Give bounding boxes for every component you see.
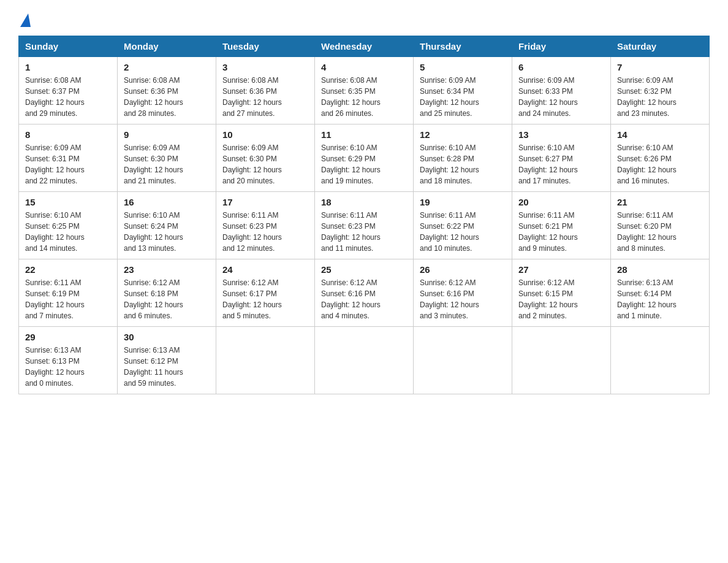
- day-cell: 16 Sunrise: 6:10 AMSunset: 6:24 PMDaylig…: [118, 192, 216, 259]
- day-number: 4: [321, 62, 407, 72]
- day-cell: 6 Sunrise: 6:09 AMSunset: 6:33 PMDayligh…: [512, 57, 611, 124]
- day-cell: 27 Sunrise: 6:12 AMSunset: 6:15 PMDaylig…: [512, 259, 611, 327]
- day-cell: 2 Sunrise: 6:08 AMSunset: 6:36 PMDayligh…: [118, 57, 216, 124]
- day-number: 3: [222, 62, 308, 72]
- day-info: Sunrise: 6:12 AMSunset: 6:18 PMDaylight:…: [124, 277, 210, 321]
- day-info: Sunrise: 6:09 AMSunset: 6:30 PMDaylight:…: [222, 142, 308, 186]
- day-info: Sunrise: 6:11 AMSunset: 6:23 PMDaylight:…: [222, 210, 308, 254]
- day-cell: 12 Sunrise: 6:10 AMSunset: 6:28 PMDaylig…: [414, 124, 512, 192]
- day-number: 26: [420, 264, 506, 275]
- day-number: 16: [124, 197, 210, 207]
- day-number: 21: [617, 197, 703, 207]
- weekday-header-row: SundayMondayTuesdayWednesdayThursdayFrid…: [19, 36, 710, 57]
- day-number: 7: [617, 62, 703, 72]
- day-info: Sunrise: 6:11 AMSunset: 6:19 PMDaylight:…: [25, 277, 111, 321]
- day-info: Sunrise: 6:11 AMSunset: 6:20 PMDaylight:…: [617, 210, 703, 254]
- day-info: Sunrise: 6:08 AMSunset: 6:36 PMDaylight:…: [222, 75, 308, 119]
- day-cell: 25 Sunrise: 6:12 AMSunset: 6:16 PMDaylig…: [315, 259, 414, 327]
- day-number: 14: [617, 129, 703, 140]
- day-info: Sunrise: 6:12 AMSunset: 6:15 PMDaylight:…: [518, 277, 604, 321]
- weekday-header-saturday: Saturday: [611, 36, 710, 57]
- day-info: Sunrise: 6:13 AMSunset: 6:13 PMDaylight:…: [25, 345, 111, 389]
- day-cell: 11 Sunrise: 6:10 AMSunset: 6:29 PMDaylig…: [315, 124, 414, 192]
- day-cell: [216, 327, 315, 394]
- day-cell: 24 Sunrise: 6:12 AMSunset: 6:17 PMDaylig…: [216, 259, 315, 327]
- day-number: 20: [518, 197, 604, 207]
- day-cell: 22 Sunrise: 6:11 AMSunset: 6:19 PMDaylig…: [19, 259, 118, 327]
- day-cell: 1 Sunrise: 6:08 AMSunset: 6:37 PMDayligh…: [19, 57, 118, 124]
- day-info: Sunrise: 6:11 AMSunset: 6:22 PMDaylight:…: [420, 210, 506, 254]
- day-number: 6: [518, 62, 604, 72]
- day-cell: 17 Sunrise: 6:11 AMSunset: 6:23 PMDaylig…: [216, 192, 315, 259]
- weekday-header-thursday: Thursday: [414, 36, 512, 57]
- day-number: 29: [25, 332, 111, 342]
- day-number: 8: [25, 129, 111, 140]
- day-info: Sunrise: 6:09 AMSunset: 6:32 PMDaylight:…: [617, 75, 703, 119]
- day-cell: 28 Sunrise: 6:13 AMSunset: 6:14 PMDaylig…: [611, 259, 710, 327]
- day-number: 28: [617, 264, 703, 275]
- day-number: 12: [420, 129, 506, 140]
- day-number: 23: [124, 264, 210, 275]
- day-info: Sunrise: 6:09 AMSunset: 6:34 PMDaylight:…: [420, 75, 506, 119]
- logo-triangle-icon: [20, 13, 31, 27]
- day-info: Sunrise: 6:10 AMSunset: 6:24 PMDaylight:…: [124, 210, 210, 254]
- day-cell: 15 Sunrise: 6:10 AMSunset: 6:25 PMDaylig…: [19, 192, 118, 259]
- day-info: Sunrise: 6:12 AMSunset: 6:16 PMDaylight:…: [420, 277, 506, 321]
- day-number: 1: [25, 62, 111, 72]
- weekday-header-sunday: Sunday: [19, 36, 118, 57]
- day-cell: 13 Sunrise: 6:10 AMSunset: 6:27 PMDaylig…: [512, 124, 611, 192]
- week-row-4: 22 Sunrise: 6:11 AMSunset: 6:19 PMDaylig…: [19, 259, 710, 327]
- day-cell: 10 Sunrise: 6:09 AMSunset: 6:30 PMDaylig…: [216, 124, 315, 192]
- week-row-3: 15 Sunrise: 6:10 AMSunset: 6:25 PMDaylig…: [19, 192, 710, 259]
- day-number: 13: [518, 129, 604, 140]
- day-cell: 29 Sunrise: 6:13 AMSunset: 6:13 PMDaylig…: [19, 327, 118, 394]
- day-number: 25: [321, 264, 407, 275]
- day-number: 19: [420, 197, 506, 207]
- day-number: 17: [222, 197, 308, 207]
- day-cell: 5 Sunrise: 6:09 AMSunset: 6:34 PMDayligh…: [414, 57, 512, 124]
- day-number: 22: [25, 264, 111, 275]
- week-row-1: 1 Sunrise: 6:08 AMSunset: 6:37 PMDayligh…: [19, 57, 710, 124]
- day-number: 9: [124, 129, 210, 140]
- day-cell: 18 Sunrise: 6:11 AMSunset: 6:23 PMDaylig…: [315, 192, 414, 259]
- day-cell: 23 Sunrise: 6:12 AMSunset: 6:18 PMDaylig…: [118, 259, 216, 327]
- day-info: Sunrise: 6:10 AMSunset: 6:28 PMDaylight:…: [420, 142, 506, 186]
- day-cell: [315, 327, 414, 394]
- day-cell: 4 Sunrise: 6:08 AMSunset: 6:35 PMDayligh…: [315, 57, 414, 124]
- calendar-table: SundayMondayTuesdayWednesdayThursdayFrid…: [18, 36, 710, 394]
- day-number: 15: [25, 197, 111, 207]
- day-number: 10: [222, 129, 308, 140]
- week-row-2: 8 Sunrise: 6:09 AMSunset: 6:31 PMDayligh…: [19, 124, 710, 192]
- day-info: Sunrise: 6:13 AMSunset: 6:12 PMDaylight:…: [124, 345, 210, 389]
- day-cell: 30 Sunrise: 6:13 AMSunset: 6:12 PMDaylig…: [118, 327, 216, 394]
- day-number: 24: [222, 264, 308, 275]
- day-cell: 14 Sunrise: 6:10 AMSunset: 6:26 PMDaylig…: [611, 124, 710, 192]
- day-number: 27: [518, 264, 604, 275]
- day-info: Sunrise: 6:09 AMSunset: 6:30 PMDaylight:…: [124, 142, 210, 186]
- day-cell: 3 Sunrise: 6:08 AMSunset: 6:36 PMDayligh…: [216, 57, 315, 124]
- day-info: Sunrise: 6:10 AMSunset: 6:26 PMDaylight:…: [617, 142, 703, 186]
- day-info: Sunrise: 6:09 AMSunset: 6:33 PMDaylight:…: [518, 75, 604, 119]
- day-info: Sunrise: 6:11 AMSunset: 6:21 PMDaylight:…: [518, 210, 604, 254]
- day-info: Sunrise: 6:10 AMSunset: 6:29 PMDaylight:…: [321, 142, 407, 186]
- day-info: Sunrise: 6:08 AMSunset: 6:37 PMDaylight:…: [25, 75, 111, 119]
- day-cell: 8 Sunrise: 6:09 AMSunset: 6:31 PMDayligh…: [19, 124, 118, 192]
- weekday-header-friday: Friday: [512, 36, 611, 57]
- day-info: Sunrise: 6:10 AMSunset: 6:25 PMDaylight:…: [25, 210, 111, 254]
- day-number: 11: [321, 129, 407, 140]
- day-number: 18: [321, 197, 407, 207]
- day-number: 30: [124, 332, 210, 342]
- day-cell: 19 Sunrise: 6:11 AMSunset: 6:22 PMDaylig…: [414, 192, 512, 259]
- day-info: Sunrise: 6:12 AMSunset: 6:17 PMDaylight:…: [222, 277, 308, 321]
- weekday-header-tuesday: Tuesday: [216, 36, 315, 57]
- day-info: Sunrise: 6:12 AMSunset: 6:16 PMDaylight:…: [321, 277, 407, 321]
- day-cell: 20 Sunrise: 6:11 AMSunset: 6:21 PMDaylig…: [512, 192, 611, 259]
- day-cell: [512, 327, 611, 394]
- weekday-header-wednesday: Wednesday: [315, 36, 414, 57]
- day-cell: 7 Sunrise: 6:09 AMSunset: 6:32 PMDayligh…: [611, 57, 710, 124]
- page-header: [18, 12, 710, 26]
- day-cell: [611, 327, 710, 394]
- day-number: 5: [420, 62, 506, 72]
- day-info: Sunrise: 6:08 AMSunset: 6:35 PMDaylight:…: [321, 75, 407, 119]
- day-number: 2: [124, 62, 210, 72]
